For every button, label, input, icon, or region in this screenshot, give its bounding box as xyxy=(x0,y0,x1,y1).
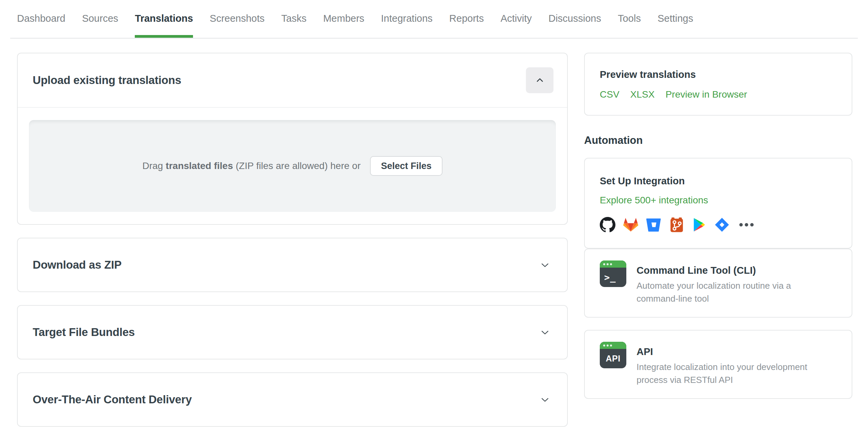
set-up-integration-card: Set Up Integration Explore 500+ integrat… xyxy=(584,158,852,249)
terminal-icon: >_ xyxy=(600,260,626,287)
chevron-down-icon[interactable] xyxy=(540,327,550,337)
upload-translations-panel: Upload existing translations Dragtransla… xyxy=(17,53,568,225)
page-content: Upload existing translations Dragtransla… xyxy=(0,39,868,438)
tab-integrations[interactable]: Integrations xyxy=(381,13,433,38)
tab-translations[interactable]: Translations xyxy=(135,13,193,38)
tab-reports[interactable]: Reports xyxy=(449,13,484,38)
file-dropzone[interactable]: Dragtranslated files(ZIP files are allow… xyxy=(29,120,556,212)
cli-card-title: Command Line Tool (CLI) xyxy=(637,264,791,276)
dropzone-hint-bold: translated files xyxy=(166,161,233,171)
preview-in-browser-link[interactable]: Preview in Browser xyxy=(665,89,747,100)
upload-panel-title: Upload existing translations xyxy=(33,74,181,87)
tab-activity[interactable]: Activity xyxy=(500,13,532,38)
download-as-zip-panel[interactable]: Download as ZIP xyxy=(17,238,568,292)
preview-translations-card: Preview translations CSV XLSX Preview in… xyxy=(584,53,852,116)
dropzone-hint: Dragtranslated files(ZIP files are allow… xyxy=(142,161,360,171)
ota-content-delivery-panel[interactable]: Over-The-Air Content Delivery xyxy=(17,372,568,427)
tab-discussions[interactable]: Discussions xyxy=(548,13,601,38)
cli-card-text: Command Line Tool (CLI) Automate your lo… xyxy=(637,260,791,305)
target-file-bundles-panel[interactable]: Target File Bundles xyxy=(17,305,568,359)
tab-sources[interactable]: Sources xyxy=(82,13,118,38)
cli-card[interactable]: >_ Command Line Tool (CLI) Automate your… xyxy=(584,249,852,318)
api-card-description: Integrate localization into your develop… xyxy=(637,360,807,386)
top-nav: Dashboard Sources Translations Screensho… xyxy=(10,0,858,39)
set-up-integration-title: Set Up Integration xyxy=(600,175,837,187)
terminal-icon-titlebar xyxy=(600,260,626,268)
target-file-bundles-title: Target File Bundles xyxy=(33,326,135,339)
project-tabs: Dashboard Sources Translations Screensho… xyxy=(10,0,858,38)
collapse-upload-button[interactable] xyxy=(526,67,553,93)
tab-members[interactable]: Members xyxy=(323,13,364,38)
api-card-text: API Integrate localization into your dev… xyxy=(637,342,807,386)
cli-card-description: Automate your localization routine via a… xyxy=(637,279,791,305)
tab-settings[interactable]: Settings xyxy=(658,13,693,38)
gitlab-icon[interactable] xyxy=(623,217,639,233)
sidebar: Preview translations CSV XLSX Preview in… xyxy=(584,53,852,399)
api-icon-titlebar xyxy=(600,342,626,349)
preview-xlsx-link[interactable]: XLSX xyxy=(630,89,655,100)
git-icon[interactable] xyxy=(669,217,685,233)
preview-links: CSV XLSX Preview in Browser xyxy=(600,89,837,100)
api-icon-label: API xyxy=(600,349,626,368)
tab-screenshots[interactable]: Screenshots xyxy=(210,13,264,38)
tab-dashboard[interactable]: Dashboard xyxy=(17,13,65,38)
chevron-down-icon[interactable] xyxy=(540,260,550,270)
github-icon[interactable] xyxy=(600,217,615,233)
terminal-icon-prompt: >_ xyxy=(600,268,626,287)
jira-icon[interactable] xyxy=(714,217,730,233)
main-column: Upload existing translations Dragtransla… xyxy=(17,53,568,438)
chevron-up-icon xyxy=(535,76,544,85)
automation-heading: Automation xyxy=(584,134,852,147)
tab-tasks[interactable]: Tasks xyxy=(281,13,306,38)
explore-integrations-link[interactable]: Explore 500+ integrations xyxy=(600,195,708,206)
upload-panel-header: Upload existing translations xyxy=(18,53,567,108)
download-as-zip-title: Download as ZIP xyxy=(33,258,122,271)
preview-translations-title: Preview translations xyxy=(600,69,837,80)
upload-panel-body: Dragtranslated files(ZIP files are allow… xyxy=(18,108,567,224)
integration-icons-row xyxy=(600,217,837,233)
ota-content-delivery-title: Over-The-Air Content Delivery xyxy=(33,393,192,406)
tab-tools[interactable]: Tools xyxy=(618,13,641,38)
api-card-title: API xyxy=(637,346,807,358)
more-icon[interactable] xyxy=(739,223,754,226)
chevron-down-icon[interactable] xyxy=(540,394,550,405)
preview-csv-link[interactable]: CSV xyxy=(600,89,620,100)
google-play-icon[interactable] xyxy=(692,217,707,232)
api-card[interactable]: API API Integrate localization into your… xyxy=(584,330,852,399)
api-icon: API xyxy=(600,342,626,368)
bitbucket-icon[interactable] xyxy=(646,217,662,233)
select-files-button[interactable]: Select Files xyxy=(370,156,443,176)
